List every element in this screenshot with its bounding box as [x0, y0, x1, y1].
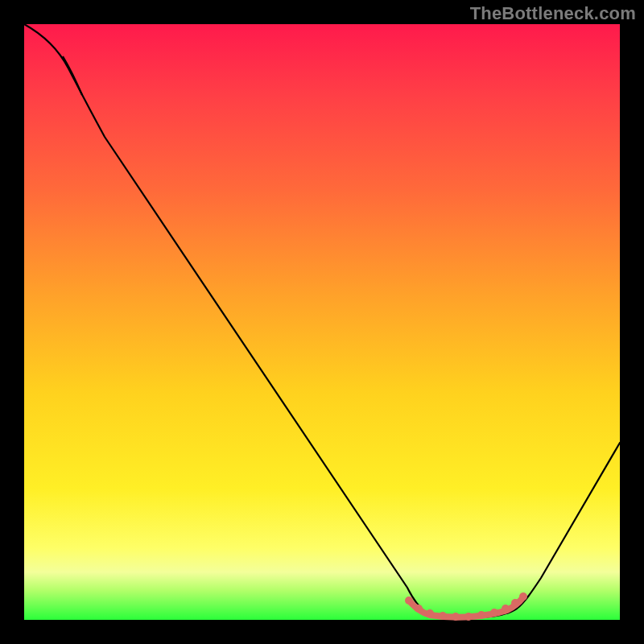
plot-area	[24, 24, 620, 620]
svg-point-1	[415, 605, 423, 613]
svg-point-5	[464, 613, 473, 621]
svg-point-2	[426, 609, 434, 617]
optimum-range-beads	[405, 592, 527, 621]
svg-point-9	[511, 599, 519, 607]
svg-point-10	[519, 592, 527, 601]
attribution-text: TheBottleneck.com	[470, 3, 636, 24]
svg-point-6	[477, 611, 485, 619]
chart-container: TheBottleneck.com	[0, 0, 644, 644]
bottleneck-curve	[24, 24, 620, 617]
svg-point-8	[502, 605, 510, 613]
curve-svg	[24, 24, 620, 620]
svg-point-4	[452, 613, 460, 621]
curve-knee	[63, 56, 82, 95]
svg-point-3	[439, 612, 447, 620]
svg-point-0	[405, 597, 413, 605]
svg-point-7	[490, 609, 498, 617]
